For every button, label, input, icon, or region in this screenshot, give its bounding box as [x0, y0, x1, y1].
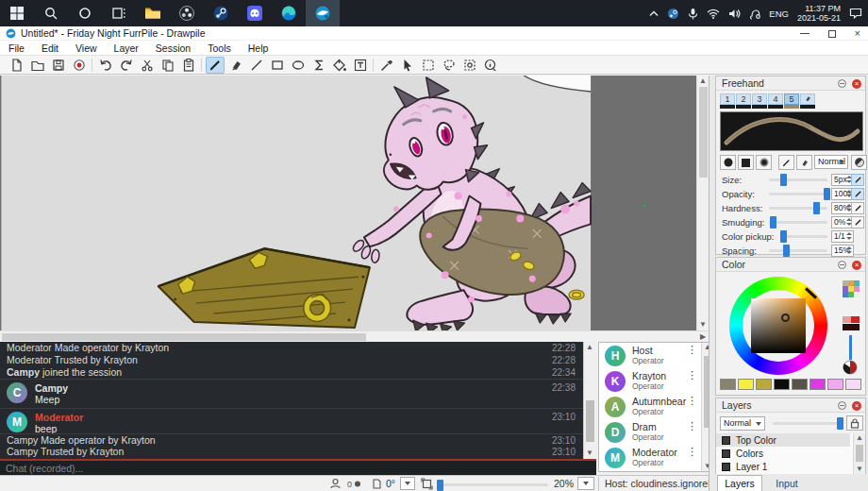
canvas-horizontal-scrollbar[interactable]: ▶ [0, 330, 709, 342]
hardness-pen-pressure-button[interactable] [851, 202, 864, 214]
hardness-slider[interactable] [769, 207, 827, 210]
paste-button[interactable] [179, 57, 198, 74]
zoom-slider[interactable] [437, 483, 548, 486]
drawing-canvas[interactable] [0, 76, 696, 330]
laser-pointer-tool-button[interactable] [398, 57, 417, 74]
eraser-slot[interactable] [800, 93, 815, 105]
color-pickup-slider[interactable] [780, 235, 827, 238]
palette-color[interactable] [845, 379, 861, 390]
taskbar-discord-button[interactable] [238, 0, 272, 26]
brush-slot-1[interactable]: 1 [720, 93, 735, 105]
save-button[interactable] [49, 57, 68, 74]
select-rectangle-tool-button[interactable] [419, 57, 438, 74]
layer-blend-mode-select[interactable]: Normal [720, 416, 765, 431]
user-list-item[interactable]: A AutumnbearOperator ⋮ [599, 394, 712, 419]
brush-slot-2[interactable]: 2 [736, 93, 751, 105]
chat-scrollbar[interactable]: ▲ ▼ [583, 342, 596, 459]
menu-view[interactable]: View [67, 42, 106, 54]
brush-smudge-button[interactable] [851, 155, 867, 170]
color-picker-tool-button[interactable] [377, 57, 396, 74]
taskbar-clock[interactable]: 11:37 PM 2021-05-21 [797, 4, 841, 23]
menu-tools[interactable]: Tools [199, 42, 240, 54]
user-list-item[interactable]: K KraytonOperator ⋮ [599, 368, 712, 394]
cut-button[interactable] [138, 57, 157, 74]
palette-color[interactable] [720, 379, 736, 390]
ellipse-tool-button[interactable] [289, 57, 308, 74]
palette-color[interactable] [756, 379, 772, 390]
panel-close-icon[interactable]: × [852, 261, 861, 270]
spacing-spinbox[interactable]: 15% [831, 245, 854, 257]
brush-pen-mode-button[interactable] [778, 155, 794, 170]
brush-slot-3[interactable]: 3 [752, 93, 767, 105]
palette-color[interactable] [738, 379, 754, 390]
brush-shape-round-button[interactable] [720, 155, 736, 170]
language-indicator[interactable]: ENG [769, 8, 789, 19]
user-list-item[interactable]: M ModeratorOperator ⋮ [599, 445, 712, 470]
maximize-button[interactable] [828, 30, 836, 38]
palette-color[interactable] [810, 379, 826, 390]
user-list-item[interactable]: H HostOperator ⋮ [599, 343, 712, 368]
freehand-tool-button[interactable] [206, 57, 225, 74]
menu-layer[interactable]: Layer [106, 42, 147, 54]
new-document-button[interactable] [8, 57, 26, 74]
rotation-dropdown[interactable] [400, 477, 415, 490]
user-menu-button[interactable]: ⋮ [687, 398, 697, 403]
palette-color[interactable] [774, 379, 790, 390]
redo-button[interactable] [117, 57, 136, 74]
layer-item[interactable]: Top Color [716, 433, 850, 447]
taskbar-file-explorer-button[interactable] [136, 0, 170, 26]
layer-list-scrollbar[interactable]: ▲ ▼ [853, 433, 865, 474]
bezier-curve-tool-button[interactable] [309, 57, 328, 74]
undo-button[interactable] [96, 57, 115, 74]
line-tool-button[interactable] [247, 57, 266, 74]
taskbar-search-button[interactable] [34, 0, 68, 26]
copy-button[interactable] [159, 57, 177, 74]
rectangle-tool-button[interactable] [268, 57, 287, 74]
menu-file[interactable]: File [0, 42, 33, 54]
brush-eraser-mode-button[interactable] [796, 155, 812, 170]
inspector-tool-button[interactable] [481, 57, 500, 74]
fill-tool-button[interactable] [330, 57, 349, 74]
user-list-item[interactable]: D DramOperator ⋮ [599, 419, 712, 445]
taskbar-drawpile-button[interactable] [306, 0, 340, 26]
menu-edit[interactable]: Edit [33, 42, 67, 54]
user-menu-button[interactable]: ⋮ [687, 449, 697, 454]
canvas-vertical-scrollbar[interactable]: ▲ ▼ [696, 76, 709, 330]
smudging-pen-pressure-button[interactable] [851, 216, 864, 229]
panel-menu-icon[interactable] [838, 261, 846, 269]
color-disc-icon[interactable] [843, 360, 858, 377]
steam-tray-icon[interactable] [667, 8, 679, 20]
record-session-button[interactable] [70, 57, 89, 74]
spacing-slider[interactable] [769, 249, 827, 252]
menu-help[interactable]: Help [240, 42, 277, 54]
opacity-pen-pressure-button[interactable] [851, 188, 864, 200]
color-slider-line[interactable] [849, 335, 852, 360]
dock-tab-layers[interactable]: Layers [717, 475, 762, 491]
menu-session[interactable]: Session [147, 42, 199, 54]
panel-menu-icon[interactable] [838, 401, 846, 410]
taskbar-steam-button[interactable] [204, 0, 238, 26]
brush-blend-mode-select[interactable]: Normal [814, 155, 848, 169]
taskbar-edge-button[interactable] [272, 0, 306, 26]
taskbar-obs-button[interactable] [170, 0, 204, 26]
color-pickup-spinbox[interactable]: 1/1 [831, 230, 854, 243]
dock-tab-input[interactable]: Input [766, 475, 808, 491]
opacity-slider[interactable] [769, 193, 827, 195]
chat-input[interactable] [0, 461, 596, 475]
minimize-button[interactable] [800, 33, 810, 34]
audio-device-icon[interactable] [749, 8, 760, 20]
layer-opacity-slider[interactable] [773, 422, 841, 425]
open-file-button[interactable] [28, 57, 47, 74]
volume-icon[interactable] [728, 8, 741, 19]
panel-close-icon[interactable]: × [852, 79, 861, 89]
annotation-tool-button[interactable] [351, 57, 370, 74]
panel-menu-icon[interactable] [838, 79, 846, 88]
action-center-icon[interactable] [849, 8, 862, 19]
size-pen-pressure-button[interactable] [851, 174, 864, 186]
layer-lock-button[interactable] [846, 415, 863, 431]
panel-close-icon[interactable]: × [852, 401, 861, 411]
layer-item[interactable]: Layer 1 [716, 460, 850, 473]
brush-slot-5[interactable]: 5 [784, 93, 799, 105]
start-button[interactable] [0, 0, 34, 26]
size-slider[interactable] [769, 178, 827, 181]
